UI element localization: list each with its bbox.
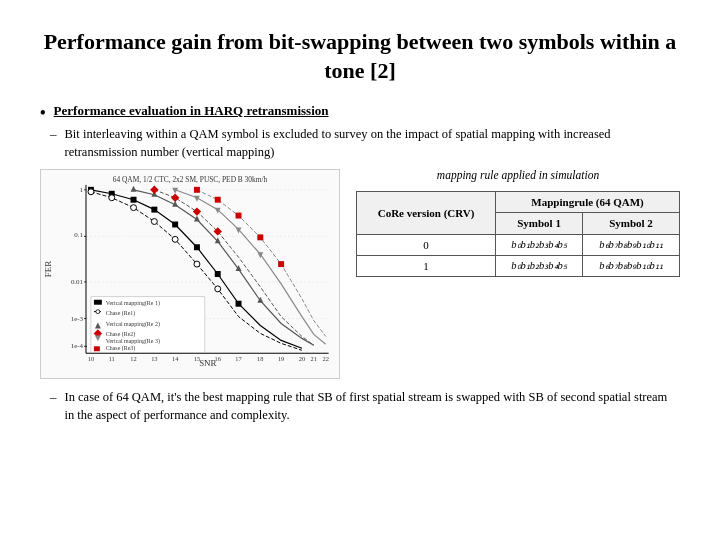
svg-point-45 xyxy=(194,261,200,267)
col-mapping: Mappingrule (64 QAM) xyxy=(496,192,680,213)
svg-rect-34 xyxy=(131,197,137,203)
dash-text-1: Bit interleaving within a QAM symbol is … xyxy=(65,126,681,161)
svg-text:Verical mapping(Re 1): Verical mapping(Re 1) xyxy=(106,300,160,307)
svg-point-41 xyxy=(109,195,115,201)
svg-text:17: 17 xyxy=(235,355,242,362)
svg-text:Chase (Re3): Chase (Re3) xyxy=(106,345,136,352)
crv-cell: 1 xyxy=(357,256,496,277)
sym2-cell: b₆b₇b₈b₉b₁₀b₁₁ xyxy=(583,234,680,255)
svg-point-44 xyxy=(172,237,178,243)
svg-point-43 xyxy=(151,219,157,225)
col-sym1: Symbol 1 xyxy=(496,213,583,234)
svg-text:13: 13 xyxy=(151,355,157,362)
table-row: 0b₀b₁b₂b₃b₄b₅b₆b₇b₈b₉b₁₀b₁₁ xyxy=(357,234,680,255)
svg-rect-65 xyxy=(236,213,242,219)
crv-cell: 0 xyxy=(357,234,496,255)
svg-rect-56 xyxy=(193,208,201,216)
svg-text:1e-4: 1e-4 xyxy=(71,342,84,349)
svg-text:FER: FER xyxy=(43,261,53,277)
page-title: Performance gain from bit-swapping betwe… xyxy=(40,28,680,85)
table-area: mapping rule applied in simulation CoRe … xyxy=(356,169,680,277)
bullet-dot-1: • xyxy=(40,104,46,122)
svg-text:0.1: 0.1 xyxy=(74,232,83,239)
table-row: 1b₀b₁b₂b₃b₄b₅b₆b₇b₈b₉b₁₀b₁₁ xyxy=(357,256,680,277)
svg-rect-63 xyxy=(194,187,200,193)
svg-text:64 QAM, 1/2 CTC, 2x2 SM, PUSC,: 64 QAM, 1/2 CTC, 2x2 SM, PUSC, PED B 30k… xyxy=(113,175,268,184)
svg-point-40 xyxy=(88,189,94,195)
svg-text:1: 1 xyxy=(80,186,84,193)
svg-rect-69 xyxy=(94,300,102,305)
svg-marker-51 xyxy=(215,238,221,244)
svg-text:Verical mapping(Re 2): Verical mapping(Re 2) xyxy=(106,322,160,329)
svg-text:16: 16 xyxy=(215,355,222,362)
svg-text:19: 19 xyxy=(278,355,284,362)
svg-text:12: 12 xyxy=(130,355,136,362)
dash-text-2: In case of 64 QAM, it's the best mapping… xyxy=(65,389,681,424)
bullet-heading-1: Performance evaluation in HARQ retransmi… xyxy=(54,103,329,119)
svg-text:1e-3: 1e-3 xyxy=(71,315,84,322)
dash-symbol-2: – xyxy=(50,389,57,405)
svg-rect-80 xyxy=(94,346,100,351)
col-crv: CoRe version (CRV) xyxy=(357,192,496,235)
sym1-cell: b₀b₁b₂b₃b₄b₅ xyxy=(496,256,583,277)
svg-point-46 xyxy=(215,286,221,292)
sym1-cell: b₀b₁b₂b₃b₄b₅ xyxy=(496,234,583,255)
svg-rect-67 xyxy=(278,261,284,267)
svg-rect-64 xyxy=(215,197,221,203)
table-caption: mapping rule applied in simulation xyxy=(356,169,680,181)
svg-point-72 xyxy=(96,310,100,314)
svg-rect-36 xyxy=(172,222,178,228)
svg-text:Chase (Re1): Chase (Re1) xyxy=(106,310,136,317)
svg-text:21: 21 xyxy=(311,355,317,362)
svg-text:0.01: 0.01 xyxy=(71,278,84,285)
svg-text:14: 14 xyxy=(172,355,179,362)
col-sym2: Symbol 2 xyxy=(583,213,680,234)
svg-text:22: 22 xyxy=(322,355,328,362)
dash-symbol-1: – xyxy=(50,126,57,142)
svg-rect-66 xyxy=(257,235,263,241)
svg-rect-54 xyxy=(150,186,158,194)
svg-text:20: 20 xyxy=(299,355,305,362)
svg-rect-55 xyxy=(171,194,179,202)
svg-point-42 xyxy=(131,205,137,211)
svg-text:15: 15 xyxy=(194,355,200,362)
svg-rect-38 xyxy=(215,271,221,277)
svg-rect-37 xyxy=(194,244,200,250)
svg-rect-35 xyxy=(151,207,157,213)
svg-rect-39 xyxy=(236,301,242,307)
performance-chart: 64 QAM, 1/2 CTC, 2x2 SM, PUSC, PED B 30k… xyxy=(40,169,340,379)
svg-marker-60 xyxy=(215,208,221,214)
svg-text:11: 11 xyxy=(109,355,115,362)
svg-text:18: 18 xyxy=(257,355,263,362)
mapping-table: CoRe version (CRV) Mappingrule (64 QAM) … xyxy=(356,191,680,277)
svg-marker-47 xyxy=(131,186,137,192)
svg-text:10: 10 xyxy=(88,355,94,362)
sym2-cell: b₆b₇b₈b₉b₁₀b₁₁ xyxy=(583,256,680,277)
